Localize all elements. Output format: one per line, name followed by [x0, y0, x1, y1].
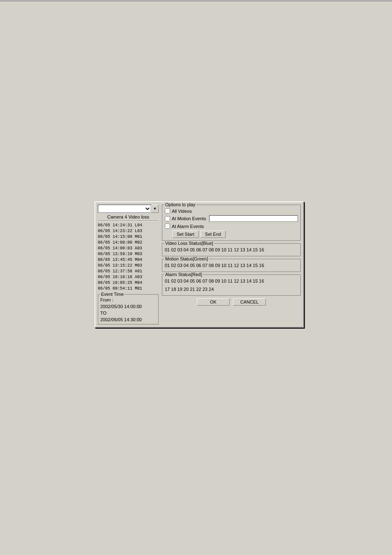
left-panel: ▼ Camera 4 Video loss 06/05 14:24:31 L04…	[98, 205, 159, 325]
alarm-status-legend: Alarm Status[Red]	[164, 272, 203, 277]
camera-label: Camera 4 Video loss	[98, 214, 159, 219]
video-loss-numbers: 01 02 03 04 05 06 07 08 09 10 11 12 13 1…	[165, 246, 298, 253]
video-loss-status-group: Video Loss Status[Blue] 01 02 03 04 05 0…	[162, 243, 301, 256]
list-item: 06/05 10:05:25 M04	[98, 280, 159, 286]
list-item: 06/05 12:37:58 A01	[98, 269, 159, 274]
alarm-events-checkbox[interactable]	[165, 223, 170, 229]
event-time-box: Event Time From : 2002/05/30 14:00:00 TO…	[98, 294, 159, 325]
set-start-button[interactable]: Set Start	[172, 230, 199, 238]
from-value: 2002/05/30 14:00:00	[100, 303, 156, 310]
to-value: 2002/06/05 14:30:00	[100, 316, 156, 323]
dropdown-arrow-icon[interactable]: ▼	[151, 205, 159, 213]
list-item: 06/05 14:00:03 A03	[98, 246, 159, 251]
alarm-status-numbers-1: 01 02 03 04 05 06 07 08 09 10 11 12 13 1…	[165, 278, 298, 285]
set-end-button[interactable]: Set End	[201, 230, 226, 238]
list-item: 06/05 13:15:22 M03	[98, 263, 159, 269]
divider	[98, 221, 159, 221]
from-label: From :	[100, 297, 156, 303]
motion-slider-input[interactable]	[209, 215, 298, 222]
options-group: Options to play All Videos At Motion Eve…	[162, 205, 301, 241]
event-time-legend: Event Time	[100, 292, 125, 297]
motion-events-checkbox[interactable]	[165, 216, 170, 221]
video-loss-legend: Video Loss Status[Blue]	[164, 241, 214, 246]
dialog-container: ▼ Camera 4 Video loss 06/05 14:24:31 L04…	[95, 201, 304, 328]
list-item: 06/05 10:16:16 A03	[98, 274, 159, 280]
camera-dropdown[interactable]	[98, 205, 151, 213]
to-label: TO	[100, 310, 156, 316]
alarm-events-label: At Alarm Events	[172, 224, 204, 229]
options-legend: Options to play	[164, 202, 196, 207]
ok-button[interactable]: OK	[197, 298, 230, 306]
cancel-button[interactable]: CANCEL	[233, 298, 266, 306]
set-buttons-row: Set Start Set End	[172, 230, 298, 238]
list-item: 06/05 14:24:31 L04	[98, 223, 159, 228]
right-panel: Options to play All Videos At Motion Eve…	[162, 205, 301, 325]
event-list: 06/05 14:24:31 L04 06/05 14:23:22 L03 06…	[98, 223, 159, 292]
all-videos-label: All Videos	[172, 209, 192, 214]
dialog-inner: ▼ Camera 4 Video loss 06/05 14:24:31 L04…	[98, 205, 301, 325]
event-time-content: From : 2002/05/30 14:00:00 TO 2002/06/05…	[100, 297, 156, 323]
list-item: 06/05 14:08:00 M02	[98, 240, 159, 246]
motion-status-legend: Motion Status[Green]	[164, 256, 209, 261]
motion-status-numbers: 01 02 03 04 05 06 07 08 09 10 11 12 13 1…	[165, 262, 298, 269]
alarm-events-row: At Alarm Events	[165, 223, 298, 229]
all-videos-checkbox[interactable]	[165, 208, 170, 214]
list-item: 06/05 14:23:22 L03	[98, 228, 159, 234]
alarm-status-group: Alarm Status[Red] 01 02 03 04 05 06 07 0…	[162, 274, 301, 296]
all-videos-row: All Videos	[165, 208, 298, 214]
list-item: 06/05 13:45:45 M04	[98, 257, 159, 263]
alarm-status-numbers-2: 17 18 19 20 21 22 23 24	[165, 286, 298, 293]
bottom-buttons: OK CANCEL	[162, 298, 301, 306]
dropdown-row: ▼	[98, 205, 159, 213]
list-item: 06/05 13:59:10 M03	[98, 251, 159, 257]
motion-status-group: Motion Status[Green] 01 02 03 04 05 06 0…	[162, 259, 301, 272]
motion-events-label: At Motion Events	[172, 216, 206, 221]
top-border	[0, 0, 392, 1]
list-item: 06/05 14:15:00 M01	[98, 234, 159, 240]
motion-events-row: At Motion Events	[165, 215, 298, 222]
list-item: 06/05 00:54:11 M01	[98, 286, 159, 292]
